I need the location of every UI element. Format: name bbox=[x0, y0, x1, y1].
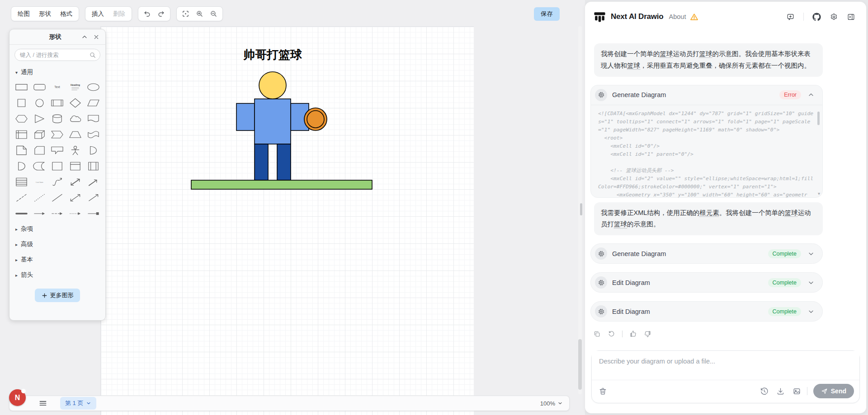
thumb-down-icon[interactable] bbox=[644, 330, 651, 338]
shape-curve[interactable] bbox=[48, 174, 66, 190]
shape-bidirectional-arrow[interactable] bbox=[66, 174, 85, 190]
shape-bidirectional-connector[interactable] bbox=[66, 190, 85, 205]
shape-simple-arrow[interactable] bbox=[31, 205, 49, 221]
zoom-level-control[interactable]: 100% bbox=[540, 400, 563, 407]
download-icon[interactable] bbox=[776, 387, 785, 396]
shape-arrow[interactable] bbox=[84, 174, 102, 190]
collapse-panel-icon[interactable] bbox=[847, 13, 855, 21]
scrollbar-thumb[interactable] bbox=[578, 339, 582, 390]
feedback-icon[interactable] bbox=[786, 13, 795, 21]
zoom-out-icon[interactable] bbox=[207, 8, 221, 20]
shape-link[interactable] bbox=[13, 205, 31, 221]
shape-dotted-line[interactable] bbox=[31, 190, 49, 205]
chat-message-list[interactable]: 我将创建一个简单的篮球运动员打篮球的示意图。我会使用基本形状来表现人物和篮球，采… bbox=[585, 32, 866, 346]
shape-cloud[interactable] bbox=[66, 111, 85, 126]
shape-tape[interactable] bbox=[84, 126, 102, 142]
shape-horizontal-container[interactable] bbox=[84, 158, 102, 174]
chevron-down-icon[interactable] bbox=[807, 250, 815, 257]
shape-dashed-line[interactable] bbox=[13, 190, 31, 205]
shape-line[interactable] bbox=[48, 190, 66, 205]
about-link[interactable]: About bbox=[669, 13, 686, 20]
shape-dotted-arrow[interactable] bbox=[66, 205, 85, 221]
redo-icon[interactable] bbox=[154, 8, 168, 20]
section-misc[interactable]: ▸ 杂项 bbox=[9, 221, 105, 237]
shape-card[interactable] bbox=[31, 142, 49, 158]
shape-actor[interactable] bbox=[66, 142, 85, 158]
shape-menu-button[interactable]: 形状 bbox=[34, 8, 56, 20]
shape-cube[interactable] bbox=[31, 126, 49, 142]
chevron-down-icon[interactable] bbox=[807, 279, 815, 286]
tool-card-header[interactable]: Edit Diagram Complete bbox=[591, 273, 822, 292]
retry-icon[interactable] bbox=[608, 330, 615, 338]
cpu-icon bbox=[595, 247, 607, 260]
fit-view-icon[interactable] bbox=[179, 8, 193, 20]
undo-icon[interactable] bbox=[140, 8, 154, 20]
shape-rectangle[interactable] bbox=[13, 79, 31, 95]
shape-hexagon[interactable] bbox=[13, 111, 31, 126]
shape-parallelogram[interactable] bbox=[84, 95, 102, 111]
shape-vertical-container[interactable] bbox=[66, 158, 85, 174]
tool-card-header[interactable]: Generate Diagram Error bbox=[591, 85, 822, 105]
send-button[interactable]: Send bbox=[813, 384, 854, 398]
shape-ellipse[interactable] bbox=[84, 79, 102, 95]
shape-rounded-rectangle[interactable] bbox=[31, 79, 49, 95]
format-menu-button[interactable]: 格式 bbox=[56, 8, 77, 20]
insert-button[interactable]: 插入 bbox=[87, 8, 108, 20]
collapse-panel-icon[interactable] bbox=[81, 33, 88, 41]
shape-list[interactable] bbox=[13, 174, 31, 190]
shape-diamond[interactable] bbox=[66, 95, 85, 111]
chat-input[interactable] bbox=[592, 351, 859, 378]
shape-square[interactable] bbox=[13, 95, 31, 111]
section-basic[interactable]: ▸ 基本 bbox=[9, 252, 105, 267]
panel-resize-handle[interactable] bbox=[580, 203, 582, 215]
section-advanced[interactable]: ▸ 高级 bbox=[9, 237, 105, 252]
shape-directional-connector[interactable] bbox=[84, 190, 102, 205]
shape-search-input[interactable] bbox=[14, 49, 100, 61]
shape-arrow-with-box[interactable] bbox=[84, 205, 102, 221]
shape-data-storage[interactable] bbox=[31, 158, 49, 174]
shape-process[interactable] bbox=[48, 95, 66, 111]
shape-step[interactable] bbox=[48, 126, 66, 142]
shape-and[interactable] bbox=[13, 158, 31, 174]
zoom-in-icon[interactable] bbox=[193, 8, 207, 20]
shape-text[interactable]: Text bbox=[48, 79, 66, 95]
draw-menu-button[interactable]: 绘图 bbox=[13, 8, 34, 20]
shape-list-item[interactable]: List Item bbox=[31, 174, 49, 190]
shape-trapezoid[interactable] bbox=[66, 126, 85, 142]
shape-callout[interactable] bbox=[48, 142, 66, 158]
image-icon[interactable] bbox=[793, 387, 801, 396]
user-avatar[interactable]: N bbox=[9, 389, 26, 406]
page-tab[interactable]: 第 1 页 bbox=[60, 397, 96, 410]
tool-output[interactable]: <![CDATA[<mxGraphModel dx="1244" dy="787… bbox=[591, 105, 822, 197]
shape-circle[interactable] bbox=[31, 95, 49, 111]
delete-button[interactable]: 删除 bbox=[108, 8, 130, 20]
scrollbar-thumb[interactable] bbox=[817, 112, 820, 125]
thumb-up-icon[interactable] bbox=[629, 330, 637, 338]
save-button[interactable]: 保存 bbox=[534, 7, 560, 21]
chevron-up-icon[interactable] bbox=[807, 91, 815, 98]
shape-dashed-arrow[interactable] bbox=[48, 205, 66, 221]
copy-icon[interactable] bbox=[593, 330, 601, 338]
canvas-page[interactable]: 帅哥打篮球 bbox=[100, 26, 474, 415]
close-icon[interactable] bbox=[93, 33, 100, 41]
shape-or[interactable] bbox=[84, 142, 102, 158]
shape-internal-storage[interactable] bbox=[13, 126, 31, 142]
shape-document[interactable] bbox=[84, 111, 102, 126]
more-shapes-button[interactable]: 更多图形 bbox=[35, 289, 80, 302]
history-icon[interactable] bbox=[760, 387, 769, 396]
settings-icon[interactable] bbox=[830, 13, 838, 21]
warning-icon[interactable] bbox=[690, 13, 698, 21]
shape-note[interactable] bbox=[13, 142, 31, 158]
section-arrows[interactable]: ▸ 箭头 bbox=[9, 267, 105, 283]
shape-cylinder[interactable] bbox=[48, 111, 66, 126]
chevron-down-icon[interactable] bbox=[807, 308, 815, 315]
section-general[interactable]: ▾ 通用 bbox=[9, 65, 105, 78]
shape-triangle[interactable] bbox=[31, 111, 49, 126]
shape-container[interactable] bbox=[48, 158, 66, 174]
tool-card-header[interactable]: Generate Diagram Complete bbox=[591, 244, 822, 263]
pages-menu-icon[interactable] bbox=[38, 399, 47, 408]
tool-card-header[interactable]: Edit Diagram Complete bbox=[591, 302, 822, 321]
trash-icon[interactable] bbox=[599, 387, 607, 396]
github-icon[interactable] bbox=[812, 13, 821, 21]
shape-heading[interactable]: Heading bbox=[66, 79, 85, 95]
